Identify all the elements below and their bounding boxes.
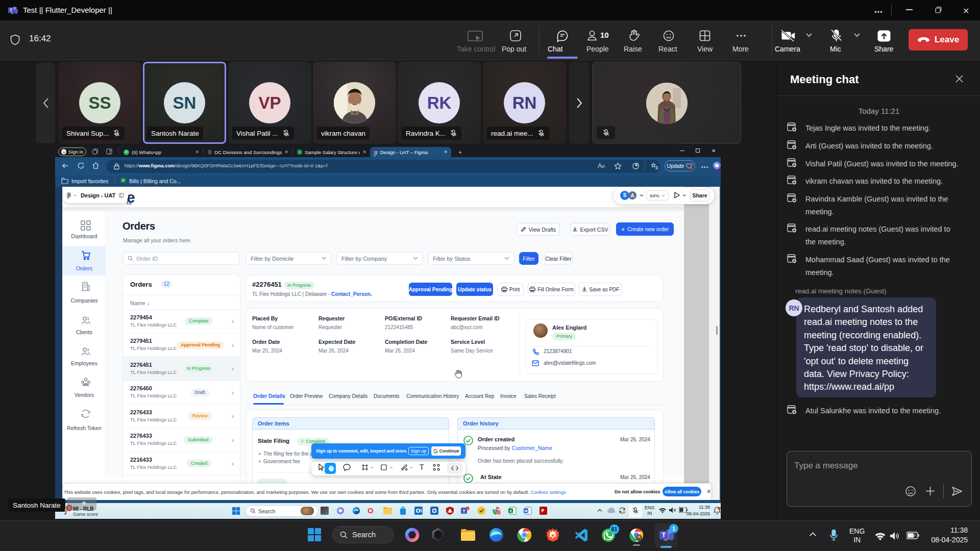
svg-text:W: W	[524, 509, 528, 513]
svg-text:X: X	[509, 509, 512, 513]
svg-text:1: 1	[690, 165, 692, 168]
svg-text:T: T	[462, 509, 465, 514]
svg-text:2: 2	[467, 507, 468, 510]
svg-text:T: T	[662, 532, 666, 539]
svg-text:T: T	[10, 8, 13, 13]
